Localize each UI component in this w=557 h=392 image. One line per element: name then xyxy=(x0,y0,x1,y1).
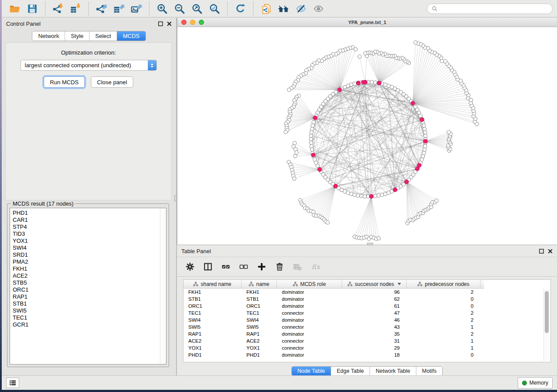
tab-network-table[interactable]: Network Table xyxy=(370,367,416,375)
table-scrollbar-thumb[interactable] xyxy=(545,291,549,333)
cell-predecessor-nodes: 2 xyxy=(407,331,481,337)
result-node-item[interactable]: CAR1 xyxy=(10,217,166,224)
hide-selected-button[interactable] xyxy=(292,2,310,16)
result-node-item[interactable]: STP4 xyxy=(10,224,166,230)
table-tabs: Node TableEdge TableNetwork TableMotifs xyxy=(177,366,557,376)
table-row[interactable]: STB1STB1dominator620 xyxy=(183,296,484,303)
table-row[interactable]: TEC1TEC1connector472 xyxy=(183,309,484,316)
tab-mcds[interactable]: MCDS xyxy=(117,31,145,41)
list-icon xyxy=(9,380,16,386)
table-row[interactable]: RAP1RAP1dominator352 xyxy=(183,330,484,337)
export-table-button[interactable] xyxy=(110,2,128,16)
tab-select[interactable]: Select xyxy=(90,31,117,41)
zoom-out-button[interactable] xyxy=(171,2,188,16)
result-node-item[interactable]: TEC1 xyxy=(10,314,166,321)
result-node-item[interactable]: STB1 xyxy=(10,300,166,307)
criterion-dropdown[interactable]: largest connected component (undirected) xyxy=(21,60,157,71)
table-row[interactable]: YOX1YOX1connector291 xyxy=(183,344,484,351)
result-node-item[interactable]: STB5 xyxy=(10,279,166,286)
table-row[interactable]: ORC1ORC1dominator610 xyxy=(183,303,484,309)
add-column-button[interactable] xyxy=(256,261,267,272)
result-node-item[interactable]: GCR1 xyxy=(10,321,166,328)
float-table-panel-icon[interactable] xyxy=(539,249,544,254)
table-scrollbar[interactable] xyxy=(543,289,550,361)
horizontal-splitter[interactable] xyxy=(177,244,557,245)
cell-predecessor-nodes: 2 xyxy=(407,317,481,323)
table-row[interactable]: SWI5SWI5connector431 xyxy=(183,323,484,330)
import-table-button[interactable] xyxy=(67,2,84,16)
result-node-item[interactable]: ORC1 xyxy=(10,286,166,293)
function-builder-icon: f(x) xyxy=(311,262,320,272)
first-neighbors-button[interactable] xyxy=(275,2,292,16)
table-header-row: shared namenameMCDS rolesuccessor nodesp… xyxy=(183,280,484,289)
zoom-in-button[interactable] xyxy=(153,2,171,16)
result-list-scrollbar[interactable] xyxy=(160,208,166,364)
horizontal-splitter-handle[interactable] xyxy=(367,243,373,245)
mcds-result-list[interactable]: PHD1CAR1STP4TID3YOX1SWI4SRD1PMA2FKH1ACE2… xyxy=(10,208,166,364)
table-row[interactable]: SWI4SWI4dominator462 xyxy=(183,316,484,323)
vertical-splitter-handle[interactable] xyxy=(174,195,177,201)
cell-shared-name: STB1 xyxy=(183,296,242,302)
tab-node-table[interactable]: Node Table xyxy=(292,367,331,375)
result-node-item[interactable]: SWI5 xyxy=(10,307,166,314)
panel-selector-button[interactable] xyxy=(6,378,19,388)
show-all-button[interactable] xyxy=(310,2,327,16)
result-node-item[interactable]: ACE2 xyxy=(10,272,166,279)
run-mcds-button[interactable]: Run MCDS xyxy=(44,76,85,88)
column-header-shared-name[interactable]: shared name xyxy=(183,280,242,288)
delete-table-icon xyxy=(293,262,302,272)
column-settings-button[interactable] xyxy=(185,261,195,272)
search-box[interactable] xyxy=(427,3,553,14)
cell-successor-nodes: 96 xyxy=(342,289,407,295)
cell-shared-name: FKH1 xyxy=(183,289,242,295)
tab-style[interactable]: Style xyxy=(65,31,90,41)
toolbar-separator xyxy=(88,2,89,16)
export-network-button[interactable] xyxy=(93,2,110,16)
result-node-item[interactable]: YOX1 xyxy=(10,237,166,244)
node-table[interactable]: shared namenameMCDS rolesuccessor nodesp… xyxy=(183,279,551,362)
zoom-fit-button[interactable] xyxy=(188,2,206,16)
result-node-item[interactable]: PMA2 xyxy=(10,258,166,265)
zoom-selected-button[interactable] xyxy=(206,2,223,16)
network-graph[interactable] xyxy=(177,27,557,244)
deselect-all-button[interactable] xyxy=(239,261,249,272)
column-header-MCDS-role[interactable]: MCDS role xyxy=(277,280,342,288)
search-input[interactable] xyxy=(440,5,548,12)
table-row[interactable]: FKH1FKH1dominator962 xyxy=(183,289,484,296)
cell-shared-name: SWI5 xyxy=(183,324,242,330)
result-node-item[interactable]: PHD1 xyxy=(10,210,166,217)
column-header-predecessor-nodes[interactable]: predecessor nodes xyxy=(407,280,481,288)
result-node-item[interactable]: SRD1 xyxy=(10,251,166,258)
save-session-button[interactable] xyxy=(24,2,41,16)
tab-network[interactable]: Network xyxy=(32,31,65,41)
tab-motifs[interactable]: Motifs xyxy=(416,367,442,375)
network-canvas[interactable] xyxy=(177,27,557,244)
result-node-item[interactable]: SWI4 xyxy=(10,244,166,251)
table-row[interactable]: PHD1PHD1dominator180 xyxy=(183,351,484,358)
close-panel-icon[interactable] xyxy=(167,21,172,26)
cell-name: FKH1 xyxy=(242,289,277,295)
select-all-button[interactable] xyxy=(221,261,231,272)
close-panel-button[interactable]: Close panel xyxy=(91,76,133,88)
show-columns-button[interactable] xyxy=(203,261,213,272)
column-type-icon xyxy=(293,282,298,286)
new-network-from-selection-button[interactable] xyxy=(257,2,275,16)
delete-columns-button[interactable] xyxy=(274,261,285,272)
open-file-button[interactable] xyxy=(6,2,24,16)
tab-edge-table[interactable]: Edge Table xyxy=(331,367,370,375)
cell-predecessor-nodes: 1 xyxy=(407,345,481,351)
application-window: Control Panel NetworkStyleSelectMCDS Opt… xyxy=(2,0,557,390)
column-header-name[interactable]: name xyxy=(242,280,277,288)
result-node-item[interactable]: TID3 xyxy=(10,230,166,237)
memory-button[interactable]: Memory xyxy=(518,377,553,389)
export-image-button[interactable] xyxy=(128,2,145,16)
import-network-button[interactable] xyxy=(49,2,67,16)
float-panel-icon[interactable] xyxy=(158,21,163,26)
close-table-panel-icon[interactable] xyxy=(548,249,553,254)
table-row[interactable]: ACE2ACE2connector311 xyxy=(183,337,484,344)
network-window-titlebar[interactable]: YPA_prune.txt_1 xyxy=(177,18,557,27)
result-node-item[interactable]: FKH1 xyxy=(10,265,166,272)
refresh-button[interactable] xyxy=(232,2,249,16)
column-header-successor-nodes[interactable]: successor nodes xyxy=(342,280,407,288)
result-node-item[interactable]: RAP1 xyxy=(10,293,166,300)
